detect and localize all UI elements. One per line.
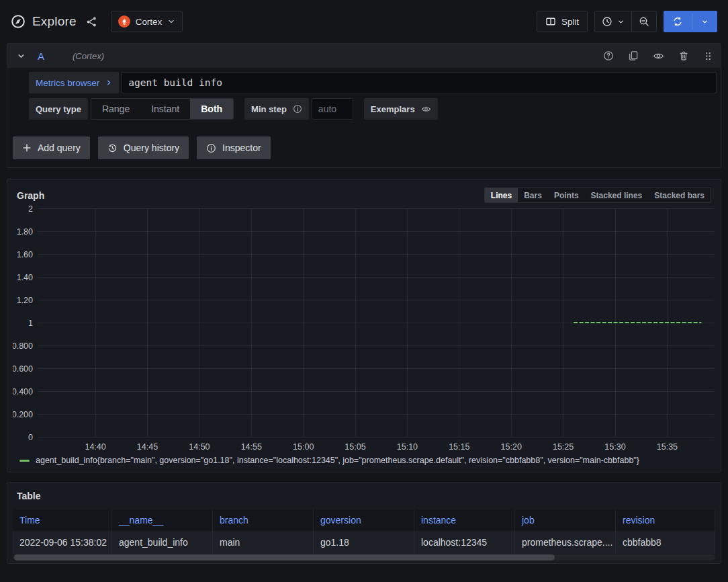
- legend-series-color-icon: [19, 460, 30, 462]
- time-series-chart[interactable]: 00.2000.4000.6000.80011.201.401.601.8021…: [13, 204, 717, 454]
- min-step-input[interactable]: [312, 98, 353, 120]
- query-history-button[interactable]: Query history: [98, 136, 189, 159]
- svg-text:1.80: 1.80: [17, 227, 33, 237]
- graph-mode-bars[interactable]: Bars: [518, 188, 548, 202]
- table-header-revision[interactable]: revision: [616, 509, 715, 531]
- duplicate-query-button[interactable]: [627, 50, 639, 62]
- info-circle-icon: [206, 143, 216, 153]
- graph-panel-title: Graph: [17, 190, 44, 201]
- table-cell: prometheus.scrape....: [515, 531, 616, 554]
- split-icon: [545, 16, 556, 27]
- min-step-label: Min step: [244, 98, 309, 120]
- svg-text:0.200: 0.200: [13, 410, 33, 419]
- query-help-button[interactable]: [602, 50, 615, 62]
- refresh-button[interactable]: [664, 11, 692, 32]
- svg-text:14:45: 14:45: [137, 442, 158, 452]
- history-icon: [107, 143, 118, 153]
- collapse-query-icon[interactable]: [14, 50, 28, 62]
- graph-mode-points[interactable]: Points: [548, 188, 585, 202]
- svg-text:1.20: 1.20: [17, 296, 33, 305]
- chevron-down-icon: [167, 17, 175, 26]
- legend-item[interactable]: agent_build_info{branch="main", goversio…: [13, 454, 715, 468]
- chevron-down-icon: [701, 18, 709, 26]
- datasource-name: Cortex: [136, 17, 162, 27]
- svg-text:15:00: 15:00: [293, 442, 314, 452]
- refresh-interval-dropdown[interactable]: [692, 11, 717, 32]
- exemplars-label: Exemplars: [371, 104, 415, 114]
- svg-text:15:30: 15:30: [604, 442, 625, 452]
- clock-icon: [602, 16, 612, 27]
- refresh-button-group: [664, 11, 717, 32]
- svg-text:0: 0: [28, 433, 33, 442]
- chevron-right-icon: [105, 79, 112, 86]
- table-panel: Table Time__name__branchgoversioninstanc…: [7, 482, 721, 564]
- svg-text:1: 1: [28, 319, 33, 328]
- svg-text:0.400: 0.400: [13, 387, 33, 397]
- svg-text:15:05: 15:05: [345, 442, 365, 452]
- zoom-out-button[interactable]: [632, 11, 656, 32]
- table-cell: 2022-09-06 15:38:02: [13, 531, 112, 554]
- plus-icon: [22, 143, 32, 153]
- exemplars-toggle[interactable]: Exemplars: [364, 98, 438, 120]
- table-header-instance[interactable]: instance: [414, 509, 515, 531]
- query-expression-input[interactable]: [121, 72, 717, 93]
- query-datasource-hint: (Cortex): [73, 51, 104, 61]
- time-picker-button[interactable]: [595, 11, 631, 32]
- refresh-icon: [672, 16, 683, 27]
- query-type-label: Query type: [29, 98, 88, 120]
- query-type-option-both[interactable]: Both: [190, 99, 233, 119]
- chevron-down-icon: [617, 18, 625, 26]
- split-button[interactable]: Split: [537, 11, 588, 32]
- query-editor-panel: A (Cortex): [7, 43, 721, 168]
- delete-query-button[interactable]: [678, 50, 690, 62]
- legend-series-label: agent_build_info{branch="main", goversio…: [36, 456, 639, 465]
- inspector-button[interactable]: Inspector: [197, 136, 271, 159]
- graph-mode-stacked-bars[interactable]: Stacked bars: [648, 188, 711, 202]
- query-row-header: A (Cortex): [7, 44, 721, 68]
- table-horizontal-scrollbar: [13, 554, 715, 560]
- add-query-button[interactable]: Add query: [13, 136, 90, 159]
- table-header-branch[interactable]: branch: [213, 509, 314, 531]
- query-type-option-instant[interactable]: Instant: [140, 99, 190, 119]
- svg-text:14:40: 14:40: [85, 442, 105, 452]
- graph-mode-stacked-lines[interactable]: Stacked lines: [585, 188, 649, 202]
- table-header-name[interactable]: __name__: [112, 509, 213, 531]
- query-type-radio-group: RangeInstantBoth: [91, 98, 234, 120]
- metrics-browser-button[interactable]: Metrics browser: [29, 72, 119, 93]
- svg-text:15:15: 15:15: [449, 442, 469, 452]
- grip-dots-icon: [703, 51, 713, 61]
- svg-text:15:10: 15:10: [397, 442, 418, 452]
- table-header-row: Time__name__branchgoversioninstancejobre…: [13, 509, 715, 531]
- svg-text:14:50: 14:50: [189, 442, 210, 452]
- svg-text:1.40: 1.40: [17, 273, 33, 282]
- query-history-label: Query history: [124, 142, 179, 153]
- share-icon[interactable]: [85, 15, 99, 29]
- table-header-time[interactable]: Time: [13, 509, 112, 531]
- table-header-job[interactable]: job: [515, 509, 616, 531]
- svg-text:0.800: 0.800: [13, 341, 33, 351]
- zoom-out-icon: [639, 16, 649, 27]
- time-picker-group: [594, 11, 657, 32]
- grid-lines: [38, 208, 714, 437]
- help-circle-icon: [603, 50, 614, 61]
- graph-mode-lines[interactable]: Lines: [485, 188, 518, 202]
- table-body: 2022-09-06 15:38:02agent_build_infomaing…: [13, 531, 715, 554]
- datasource-picker[interactable]: Cortex: [111, 11, 183, 32]
- table-cell: main: [213, 531, 314, 554]
- metrics-browser-label: Metrics browser: [36, 78, 99, 88]
- info-circle-icon: [293, 104, 302, 114]
- graph-panel: Graph LinesBarsPointsStacked linesStacke…: [7, 179, 721, 472]
- scrollbar-thumb[interactable]: [14, 554, 555, 560]
- table-row: 2022-09-06 15:38:02agent_build_infomaing…: [13, 531, 715, 554]
- drag-handle[interactable]: [702, 50, 714, 62]
- svg-text:2: 2: [28, 204, 33, 214]
- svg-text:15:25: 15:25: [553, 442, 574, 452]
- split-label: Split: [561, 17, 579, 27]
- toggle-query-visibility-button[interactable]: [652, 50, 665, 63]
- table-cell: cbbfabb8: [616, 531, 715, 554]
- table-header-goversion[interactable]: goversion: [314, 509, 414, 531]
- query-type-option-range[interactable]: Range: [91, 99, 140, 119]
- query-ref-id: A: [38, 50, 44, 62]
- eye-icon: [653, 50, 664, 62]
- explore-compass-icon: [11, 14, 26, 29]
